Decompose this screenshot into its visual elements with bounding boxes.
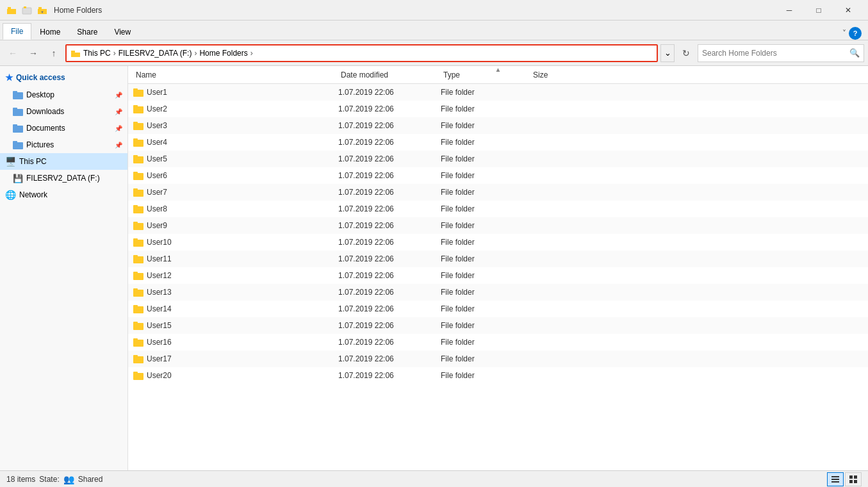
drive-icon: 💾 — [13, 174, 23, 183]
table-row[interactable]: User20 1.07.2019 22:06 File folder — [128, 367, 868, 384]
sidebar-item-pictures[interactable]: Pictures 📌 — [0, 136, 127, 153]
file-type: File folder — [441, 221, 530, 230]
file-name: User20 — [133, 371, 338, 380]
column-header-type[interactable]: Type — [441, 66, 530, 83]
quick-access-icon3[interactable]: ▼ — [36, 4, 49, 17]
file-date: 1.07.2019 22:06 — [338, 371, 441, 380]
table-row[interactable]: User16 1.07.2019 22:06 File folder — [128, 334, 868, 351]
sidebar-item-label-downloads: Downloads — [26, 107, 111, 116]
table-row[interactable]: User11 1.07.2019 22:06 File folder — [128, 251, 868, 267]
table-row[interactable]: User4 1.07.2019 22:06 File folder — [128, 134, 868, 151]
search-input[interactable] — [702, 49, 847, 58]
tab-home[interactable]: Home — [31, 23, 69, 40]
pin-icon-downloads: 📌 — [115, 108, 122, 115]
breadcrumb-sep-1: › — [113, 49, 116, 58]
table-row[interactable]: User8 1.07.2019 22:06 File folder — [128, 201, 868, 217]
sort-arrow[interactable]: ▲ — [495, 66, 502, 73]
maximize-button[interactable]: □ — [804, 0, 833, 21]
svg-rect-2 — [22, 8, 31, 14]
file-type: File folder — [441, 321, 530, 330]
sidebar-item-drive[interactable]: 💾 FILESRV2_DATA (F:) — [0, 170, 127, 186]
table-row[interactable]: User9 1.07.2019 22:06 File folder — [128, 217, 868, 234]
folder-icon — [133, 372, 143, 380]
folder-icon-pictures — [13, 141, 23, 149]
svg-rect-1 — [7, 9, 16, 14]
sidebar-item-desktop[interactable]: Desktop 📌 — [0, 87, 127, 103]
sidebar-item-downloads[interactable]: Downloads 📌 — [0, 103, 127, 120]
file-name: User4 — [133, 138, 338, 147]
table-row[interactable]: User1 1.07.2019 22:06 File folder — [128, 84, 868, 101]
folder-icon — [133, 138, 143, 147]
file-name: User13 — [133, 288, 338, 297]
folder-icon — [133, 105, 143, 113]
svg-rect-14 — [849, 480, 853, 483]
quick-access-icon1[interactable] — [5, 4, 18, 17]
ribbon-tabs: File Home Share View ˅ ? — [0, 21, 868, 40]
minimize-button[interactable]: ─ — [774, 0, 804, 21]
help-button[interactable]: ? — [849, 27, 862, 40]
folder-icon — [133, 322, 143, 330]
file-name: User10 — [133, 238, 338, 247]
address-path[interactable]: This PC › FILESRV2_DATA (F:) › Home Fold… — [65, 44, 658, 62]
up-button[interactable]: ↑ — [45, 44, 63, 62]
table-row[interactable]: User17 1.07.2019 22:06 File folder — [128, 351, 868, 367]
file-type: File folder — [441, 154, 530, 163]
table-row[interactable]: User13 1.07.2019 22:06 File folder — [128, 284, 868, 301]
sidebar-item-network[interactable]: 🌐 Network — [0, 186, 127, 203]
sidebar-section-quick-access[interactable]: ★ Quick access — [0, 69, 127, 87]
file-type: File folder — [441, 338, 530, 347]
file-name: User5 — [133, 154, 338, 163]
column-header-size[interactable]: Size — [530, 66, 594, 83]
file-type: File folder — [441, 204, 530, 213]
file-type: File folder — [441, 171, 530, 180]
quick-access-icon2[interactable] — [20, 4, 33, 17]
table-row[interactable]: User15 1.07.2019 22:06 File folder — [128, 317, 868, 334]
sidebar-item-thispc[interactable]: 🖥️ This PC — [0, 153, 127, 170]
file-date: 1.07.2019 22:06 — [338, 138, 441, 147]
file-name: User11 — [133, 254, 338, 263]
sidebar-item-documents[interactable]: Documents 📌 — [0, 120, 127, 136]
column-header-date[interactable]: Date modified — [338, 66, 441, 83]
file-date: 1.07.2019 22:06 — [338, 271, 441, 280]
table-row[interactable]: User10 1.07.2019 22:06 File folder — [128, 234, 868, 251]
state-value: Shared — [78, 475, 103, 484]
forward-button[interactable]: → — [24, 44, 42, 62]
state-icon: 👥 — [63, 474, 74, 484]
network-icon: 🌐 — [5, 190, 16, 200]
file-name: User16 — [133, 338, 338, 347]
column-header-name[interactable]: Name — [133, 66, 338, 83]
tab-share[interactable]: Share — [69, 23, 106, 40]
file-date: 1.07.2019 22:06 — [338, 221, 441, 230]
back-button[interactable]: ← — [4, 44, 22, 62]
details-view-button[interactable] — [827, 472, 844, 486]
svg-rect-11 — [831, 481, 839, 483]
ribbon-chevron[interactable]: ˅ — [842, 29, 846, 38]
file-name: User6 — [133, 171, 338, 180]
tab-file[interactable]: File — [3, 23, 31, 40]
file-name: User15 — [133, 321, 338, 330]
tab-view[interactable]: View — [106, 23, 139, 40]
pin-icon-desktop: 📌 — [115, 92, 122, 99]
sidebar-item-label-network: Network — [19, 190, 122, 199]
list-view-button[interactable] — [845, 472, 862, 486]
folder-icon — [133, 355, 143, 363]
breadcrumb-item-homefolders[interactable]: Home Folders — [199, 49, 247, 58]
folder-icon — [133, 255, 143, 263]
file-type: File folder — [441, 88, 530, 97]
title-bar: ▼ Home Folders ─ □ ✕ — [0, 0, 868, 21]
breadcrumb-item-thispc[interactable]: This PC — [83, 49, 111, 58]
breadcrumb-item-drive[interactable]: FILESRV2_DATA (F:) — [119, 49, 192, 58]
file-name: User3 — [133, 121, 338, 130]
refresh-button[interactable]: ↻ — [677, 44, 695, 62]
file-date: 1.07.2019 22:06 — [338, 288, 441, 297]
table-row[interactable]: User12 1.07.2019 22:06 File folder — [128, 267, 868, 284]
table-row[interactable]: User7 1.07.2019 22:06 File folder — [128, 184, 868, 201]
table-row[interactable]: User2 1.07.2019 22:06 File folder — [128, 101, 868, 117]
table-row[interactable]: User6 1.07.2019 22:06 File folder — [128, 167, 868, 184]
table-row[interactable]: User3 1.07.2019 22:06 File folder — [128, 117, 868, 134]
address-dropdown-button[interactable]: ⌄ — [660, 44, 675, 62]
table-row[interactable]: User14 1.07.2019 22:06 File folder — [128, 301, 868, 317]
file-date: 1.07.2019 22:06 — [338, 121, 441, 130]
table-row[interactable]: User5 1.07.2019 22:06 File folder — [128, 151, 868, 167]
close-button[interactable]: ✕ — [833, 0, 863, 21]
